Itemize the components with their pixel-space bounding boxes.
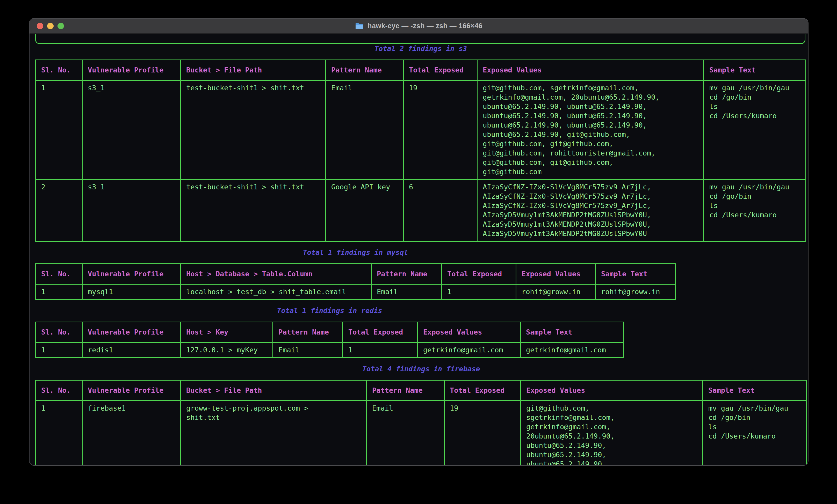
table-cell: 19 [444,401,521,465]
table-cell: 1 [442,284,516,300]
table-cell: 1 [36,342,82,358]
column-header: Pattern Name [371,264,442,284]
column-header: Vulnerable Profile [82,322,181,342]
terminal-content[interactable]: Total 2 findings in s3Sl. No.Vulnerable … [30,34,808,465]
table-cell: rohit@groww.in [516,284,595,300]
column-header: Exposed Values [521,380,703,401]
column-header: Total Exposed [442,264,516,284]
table-cell: Email [326,80,404,180]
findings-table-s3: Sl. No.Vulnerable ProfileBucket > File P… [35,59,806,242]
section-title-mysql: Total 1 findings in mysql [35,248,676,257]
column-header: Vulnerable Profile [82,380,181,401]
table-cell: 1 [343,342,418,358]
table-row: 1firebase1groww-test-proj.appspot.com > … [36,401,807,465]
table-cell: Email [273,342,343,358]
table-cell: git@github.com, sgetrkinfo@gmail.com, ge… [521,401,703,465]
table-cell: Email [371,284,442,300]
header-row: Sl. No.Vulnerable ProfileHost > KeyPatte… [36,322,624,342]
folder-icon [355,22,364,30]
table-row: 1s3_1test-bucket-shit1 > shit.txtEmail19… [36,80,806,180]
column-header: Total Exposed [404,60,477,80]
table-cell: mv gau /usr/bin/gau cd /go/bin ls cd /Us… [704,80,806,180]
table-cell: mysql1 [82,284,181,300]
table-row: 2s3_1test-bucket-shit1 > shit.txtGoogle … [36,180,806,241]
table-cell: 127.0.0.1 > myKey [181,342,273,358]
column-header: Vulnerable Profile [82,264,181,284]
column-header: Sl. No. [36,380,82,401]
minimize-button[interactable] [47,23,54,29]
table-cell: s3_1 [82,80,181,180]
table-cell: git@github.com, sgetrkinfo@gmail.com, ge… [477,80,704,180]
column-header: Sl. No. [36,264,82,284]
column-header: Total Exposed [343,322,418,342]
table-cell: getrkinfo@gmail.com [520,342,624,358]
table-cell: test-bucket-shit1 > shit.txt [181,180,326,241]
traffic-lights [37,19,64,33]
column-header: Sample Text [520,322,624,342]
table-cell: groww-test-proj.appspot.com > shit.txt [181,401,367,465]
header-row: Sl. No.Vulnerable ProfileBucket > File P… [36,380,807,401]
column-header: Exposed Values [477,60,704,80]
section-title-firebase: Total 4 findings in firebase [35,364,807,374]
table-cell: 19 [404,80,477,180]
column-header: Sample Text [595,264,675,284]
findings-table-firebase: Sl. No.Vulnerable ProfileBucket > File P… [35,380,807,465]
table-row: 1redis1127.0.0.1 > myKeyEmail1getrkinfo@… [36,342,624,358]
section-title-redis: Total 1 findings in redis [35,306,624,315]
column-header: Exposed Values [418,322,520,342]
close-button[interactable] [37,23,43,29]
column-header: Vulnerable Profile [82,60,181,80]
findings-table-redis: Sl. No.Vulnerable ProfileHost > KeyPatte… [35,322,624,358]
table-cell: getrkinfo@gmail.com [418,342,520,358]
column-header: Sl. No. [36,60,82,80]
table-cell: Email [367,401,444,465]
findings-sections: Total 2 findings in s3Sl. No.Vulnerable … [35,44,808,465]
column-header: Sample Text [704,60,806,80]
table-row: 1mysql1localhost > test_db > shit_table.… [36,284,675,300]
header-row: Sl. No.Vulnerable ProfileHost > Database… [36,264,675,284]
window-title: hawk-eye — -zsh — zsh — 166×46 [368,22,482,30]
previous-table-bottom-border [35,34,805,44]
column-header: Bucket > File Path [181,60,326,80]
zoom-button[interactable] [57,23,64,29]
section-title-s3: Total 2 findings in s3 [35,44,806,53]
table-cell: test-bucket-shit1 > shit.txt [181,80,326,180]
table-cell: localhost > test_db > shit_table.email [181,284,371,300]
column-header: Sl. No. [36,322,82,342]
table-cell: 6 [404,180,477,241]
column-header: Bucket > File Path [181,380,367,401]
column-header: Host > Database > Table.Column [181,264,371,284]
table-cell: Google API key [326,180,404,241]
header-row: Sl. No.Vulnerable ProfileBucket > File P… [36,60,806,80]
table-cell: redis1 [82,342,181,358]
column-header: Exposed Values [516,264,595,284]
titlebar: hawk-eye — -zsh — zsh — 166×46 [30,19,808,34]
findings-table-mysql: Sl. No.Vulnerable ProfileHost > Database… [35,263,676,300]
table-cell: s3_1 [82,180,181,241]
table-cell: mv gau /usr/bin/gau cd /go/bin ls cd /Us… [704,180,806,241]
table-cell: 1 [36,401,82,465]
table-cell: rohit@groww.in [595,284,675,300]
window-title-group: hawk-eye — -zsh — zsh — 166×46 [355,22,482,30]
column-header: Pattern Name [326,60,404,80]
column-header: Pattern Name [367,380,444,401]
column-header: Host > Key [181,322,273,342]
table-cell: mv gau /usr/bin/gau cd /go/bin ls cd /Us… [703,401,807,465]
table-cell: AIzaSyCfNZ-IZx0-SlVcVg8MCr575zv9_Ar7jLc,… [477,180,704,241]
table-cell: 1 [36,284,82,300]
table-cell: firebase1 [82,401,181,465]
terminal-window: hawk-eye — -zsh — zsh — 166×46 Total 2 f… [29,18,808,466]
table-cell: 1 [36,80,82,180]
column-header: Total Exposed [444,380,521,401]
column-header: Pattern Name [273,322,343,342]
table-cell: 2 [36,180,82,241]
column-header: Sample Text [703,380,807,401]
